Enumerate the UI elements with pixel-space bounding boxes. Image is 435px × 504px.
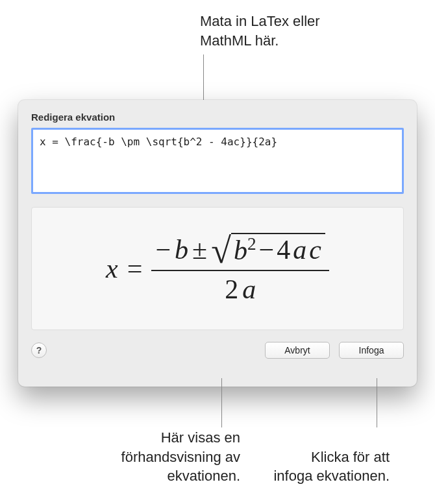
eq-minus-inner: −	[259, 234, 275, 265]
eq-fraction-bar	[151, 270, 329, 271]
eq-numerator: − b ± √ b2 − 4 a c	[151, 233, 329, 267]
eq-fraction: − b ± √ b2 − 4 a c	[151, 233, 329, 305]
eq-b: b	[175, 234, 188, 265]
radical-icon: √	[211, 234, 231, 269]
cancel-button[interactable]: Avbryt	[265, 342, 330, 359]
eq-two: 2	[225, 274, 238, 305]
eq-b2: b2	[234, 234, 256, 266]
help-button[interactable]: ?	[31, 342, 47, 358]
equation-code-input[interactable]	[31, 128, 404, 194]
rendered-equation: x = − b ± √ b2 − 4 a	[106, 233, 329, 305]
eq-radicand: b2 − 4 a c	[231, 233, 325, 267]
callout-insert-hint: Klicka för att infoga ekvationen.	[273, 448, 390, 486]
dialog-footer: ? Avbryt Infoga	[31, 342, 404, 359]
callout-preview-hint: Här visas en förhandsvisning av ekvation…	[78, 428, 240, 486]
eq-sqrt: √ b2 − 4 a c	[211, 233, 325, 267]
callout-input-hint: Mata in LaTex eller MathML här.	[200, 12, 369, 50]
eq-denominator: 2 a	[221, 274, 260, 305]
eq-pm: ±	[192, 234, 207, 265]
callout-leader-line	[203, 54, 204, 102]
edit-equation-dialog: Redigera ekvation x = − b ± √ b2 −	[18, 100, 417, 387]
callout-leader-line	[221, 378, 222, 427]
dialog-button-row: Avbryt Infoga	[265, 342, 404, 359]
eq-four: 4	[277, 234, 290, 265]
callout-leader-line	[377, 378, 377, 427]
equation-preview: x = − b ± √ b2 − 4 a	[31, 207, 404, 330]
insert-button[interactable]: Infoga	[339, 342, 404, 359]
eq-a: a	[293, 234, 306, 265]
dialog-title: Redigera ekvation	[31, 112, 404, 123]
eq-c: c	[309, 234, 321, 265]
eq-minus: −	[155, 234, 171, 265]
eq-a-denom: a	[242, 274, 256, 305]
eq-equals: =	[127, 253, 143, 284]
eq-variable-x: x	[106, 253, 118, 284]
